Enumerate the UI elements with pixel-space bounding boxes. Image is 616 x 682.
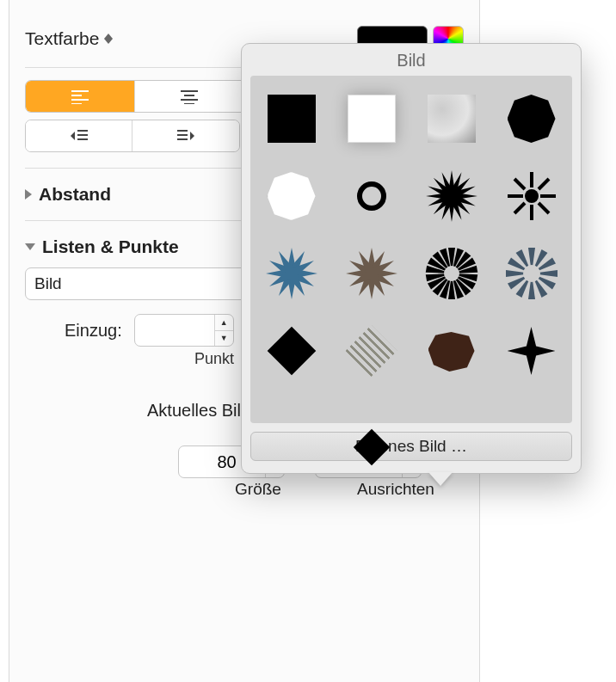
bullet-starburst-outline-icon: [506, 170, 557, 222]
svg-point-32: [525, 189, 539, 203]
svg-point-47: [444, 266, 459, 281]
textcolor-popup[interactable]: Textfarbe: [25, 28, 113, 49]
bullet-option[interactable]: [344, 246, 399, 301]
bullet-image-grid: [250, 76, 572, 423]
bullet-option[interactable]: [504, 246, 559, 301]
abstand-label: Abstand: [39, 184, 111, 205]
current-image-label: Aktuelles Bild:: [147, 401, 256, 421]
bullet-option[interactable]: [344, 169, 399, 224]
step-up-icon[interactable]: ▲: [215, 315, 233, 331]
svg-line-38: [539, 203, 549, 213]
bullet-ring-icon: [357, 181, 386, 211]
bullet-starburst-black-icon: [426, 170, 477, 222]
bullet-square-white-icon: [348, 95, 396, 143]
popover-caret-icon: [428, 472, 453, 486]
bullet-starburst-brown-icon: [346, 248, 397, 299]
popover-title: Bild: [250, 51, 572, 71]
bullet-square-gradient-icon: [428, 95, 476, 143]
custom-image-button[interactable]: Eigenes Bild …: [250, 432, 572, 461]
bullet-starburst-blue-icon: [266, 248, 317, 299]
bullet-option[interactable]: [424, 169, 479, 224]
bullet-option[interactable]: [424, 323, 479, 378]
bullet-option[interactable]: [264, 169, 319, 224]
bullet-type-value: Bild: [34, 274, 62, 293]
svg-marker-1: [104, 39, 113, 44]
align-center-button[interactable]: [135, 81, 244, 112]
align-left-button[interactable]: [26, 81, 135, 112]
chevron-down-icon: [25, 243, 35, 250]
bullet-square-black-icon: [268, 95, 316, 143]
bullet-blob-white-icon: [268, 172, 316, 220]
bullet-image-popover: Bild: [241, 43, 582, 474]
outdent-button[interactable]: [26, 120, 132, 151]
einzug-punkt-input[interactable]: [135, 315, 214, 346]
svg-point-48: [523, 265, 540, 282]
bullet-diamond-small-icon: [267, 327, 316, 376]
indent-button[interactable]: [132, 120, 238, 151]
svg-line-39: [514, 203, 525, 213]
bullet-option[interactable]: [344, 323, 399, 378]
textcolor-label: Textfarbe: [25, 28, 99, 49]
size-sublabel: Größe: [194, 480, 323, 499]
bullet-option[interactable]: [344, 91, 399, 146]
einzug-punkt-field[interactable]: ▲ ▼: [134, 314, 234, 347]
bullet-option[interactable]: [504, 169, 559, 224]
listen-label: Listen & Punkte: [42, 237, 179, 257]
bullet-pinwheel-slate-icon: [505, 247, 558, 300]
chevron-right-icon: [25, 189, 32, 200]
bullet-option[interactable]: [264, 323, 319, 378]
bullet-option[interactable]: [264, 91, 319, 146]
bullet-blob-black-icon: [508, 95, 556, 143]
bullet-option[interactable]: [424, 91, 479, 146]
bullet-blob-brown-icon: [428, 330, 475, 372]
svg-line-40: [539, 179, 549, 189]
bullet-option[interactable]: [504, 323, 559, 378]
size-align-sublabels: Größe Ausrichten: [25, 480, 464, 499]
svg-marker-25: [190, 132, 194, 140]
bullet-scribble-diamond-icon: [346, 325, 397, 377]
indent-segmented: [25, 120, 240, 152]
updown-chevron-icon: [104, 34, 113, 44]
step-down-icon[interactable]: ▼: [215, 331, 233, 347]
svg-marker-21: [71, 132, 75, 140]
bullet-option[interactable]: [424, 246, 479, 301]
bullet-4point-star-icon: [508, 327, 556, 375]
svg-line-37: [514, 179, 525, 189]
bullet-option[interactable]: [504, 91, 559, 146]
bullet-pinwheel-black-icon: [425, 247, 478, 300]
stepper[interactable]: ▲ ▼: [214, 315, 233, 346]
bullet-option[interactable]: [264, 246, 319, 301]
einzug-label: Einzug:: [65, 321, 122, 341]
